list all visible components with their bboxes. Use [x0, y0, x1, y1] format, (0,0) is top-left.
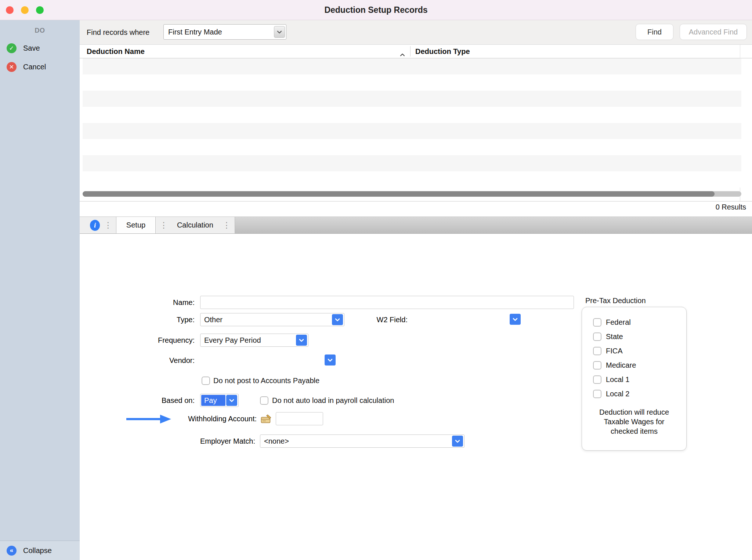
- chevron-down-icon: [452, 436, 463, 447]
- chevron-down-icon: [274, 26, 285, 38]
- collapse-label: Collapse: [23, 546, 52, 555]
- table-body: [83, 58, 741, 188]
- collapse-sidebar-button[interactable]: « Collapse: [0, 541, 80, 560]
- window-controls: [6, 0, 44, 20]
- state-label: State: [606, 332, 623, 341]
- table-row: [83, 139, 741, 155]
- do-not-auto-load-label: Do not auto load in payroll calculation: [272, 394, 394, 407]
- window-title: Deduction Setup Records: [324, 5, 427, 15]
- find-button[interactable]: Find: [636, 24, 673, 40]
- collapse-chevrons-icon: «: [7, 546, 17, 556]
- horizontal-scrollbar[interactable]: [83, 191, 741, 197]
- withholding-account-input[interactable]: [276, 412, 323, 425]
- setup-form: Name: Type: Other W2 Field: Frequency: E…: [80, 234, 752, 560]
- pretax-deduction-panel: Federal State FICA Medicare Local 1 Loca…: [582, 307, 687, 451]
- zoom-window-button[interactable]: [36, 6, 44, 14]
- deduction-setup-window: Deduction Setup Records DO ✓ Save ✕ Canc…: [0, 0, 752, 560]
- horizontal-scrollbar-thumb[interactable]: [83, 191, 715, 197]
- pretax-row-state: State: [593, 331, 686, 342]
- save-button[interactable]: ✓ Save: [7, 41, 77, 55]
- type-select[interactable]: Other: [200, 313, 344, 326]
- table-row: [83, 107, 741, 123]
- employer-match-label: Employer Match:: [167, 434, 255, 448]
- pretax-row-fica: FICA: [593, 345, 686, 356]
- federal-checkbox[interactable]: [593, 318, 601, 327]
- federal-label: Federal: [606, 318, 631, 327]
- column-header-deduction-type[interactable]: Deduction Type: [415, 45, 470, 58]
- medicare-label: Medicare: [606, 361, 636, 370]
- account-lookup-icon[interactable]: [261, 414, 272, 425]
- based-on-value: Pay: [201, 395, 225, 406]
- annotation-arrow-icon: [126, 414, 172, 426]
- cancel-button[interactable]: ✕ Cancel: [7, 60, 77, 73]
- vertical-dots-separator: ⋮: [218, 221, 235, 229]
- vendor-select[interactable]: [325, 354, 336, 366]
- name-input[interactable]: [200, 296, 574, 309]
- vendor-label: Vendor:: [103, 354, 195, 367]
- find-field-select[interactable]: First Entry Made: [163, 24, 286, 40]
- column-header-deduction-name[interactable]: Deduction Name: [87, 45, 145, 58]
- employer-match-value: <none>: [264, 437, 289, 446]
- do-not-auto-load-checkbox[interactable]: [260, 396, 268, 405]
- tab-bar: i ⋮ Setup ⋮ Calculation ⋮: [80, 217, 752, 234]
- table-header: Deduction Name Deduction Type: [80, 45, 752, 58]
- fica-label: FICA: [606, 347, 623, 355]
- pretax-row-medicare: Medicare: [593, 360, 686, 371]
- find-field-value: First Entry Made: [168, 28, 222, 36]
- do-not-post-ap-checkbox[interactable]: [202, 377, 210, 385]
- local-1-label: Local 1: [606, 375, 630, 384]
- check-circle-icon: ✓: [7, 43, 17, 53]
- employer-match-select[interactable]: <none>: [260, 434, 464, 448]
- vertical-dots-separator: ⋮: [156, 221, 172, 229]
- results-count: 0 Results: [716, 203, 746, 211]
- minimize-window-button[interactable]: [21, 6, 29, 14]
- table-row: [83, 74, 741, 91]
- sidebar: DO ✓ Save ✕ Cancel « Collapse: [0, 20, 80, 560]
- local-1-checkbox[interactable]: [593, 375, 601, 384]
- close-window-button[interactable]: [6, 6, 14, 14]
- find-bar: Find records where First Entry Made Find…: [80, 20, 752, 44]
- cancel-label: Cancel: [23, 63, 46, 71]
- column-divider: [410, 46, 411, 57]
- tab-calculation[interactable]: Calculation: [172, 217, 218, 233]
- pretax-note: Deduction will reduce Taxable Wages for …: [591, 407, 677, 436]
- sidebar-header: DO: [0, 27, 80, 34]
- type-label: Type:: [103, 313, 195, 326]
- frequency-label: Frequency:: [103, 334, 195, 347]
- chevron-down-icon: [296, 335, 307, 346]
- local-2-checkbox[interactable]: [593, 390, 601, 398]
- pretax-row-local1: Local 1: [593, 374, 686, 385]
- table-row: [83, 58, 741, 74]
- based-on-label: Based on:: [103, 394, 195, 407]
- table-row: [83, 155, 741, 171]
- withholding-account-label: Withholding Account:: [169, 412, 257, 425]
- w2-field-label: W2 Field:: [334, 313, 408, 326]
- results-table: Deduction Name Deduction Type: [80, 44, 752, 201]
- fica-checkbox[interactable]: [593, 347, 601, 355]
- based-on-select[interactable]: Pay: [200, 394, 239, 407]
- pretax-deduction-title: Pre-Tax Deduction: [585, 297, 646, 305]
- name-label: Name:: [103, 296, 195, 309]
- sort-ascending-icon: [400, 50, 405, 58]
- medicare-checkbox[interactable]: [593, 361, 601, 370]
- tab-setup[interactable]: Setup: [116, 217, 155, 233]
- chevron-down-icon: [226, 395, 237, 406]
- save-label: Save: [23, 44, 40, 52]
- table-row: [83, 123, 741, 139]
- x-circle-icon: ✕: [7, 62, 17, 72]
- vertical-dots-separator: ⋮: [100, 221, 116, 229]
- pretax-row-local2: Local 2: [593, 388, 686, 399]
- frequency-select[interactable]: Every Pay Period: [200, 334, 308, 347]
- tab-strip: i ⋮ Setup ⋮ Calculation ⋮: [80, 217, 235, 233]
- w2-field-select[interactable]: [510, 314, 521, 325]
- pretax-row-federal: Federal: [593, 317, 686, 328]
- state-checkbox[interactable]: [593, 332, 601, 341]
- find-records-where-label: Find records where: [87, 20, 149, 44]
- titlebar: Deduction Setup Records: [0, 0, 752, 20]
- type-value: Other: [204, 316, 223, 324]
- info-icon[interactable]: i: [90, 220, 100, 231]
- local-2-label: Local 2: [606, 390, 630, 398]
- advanced-find-button[interactable]: Advanced Find: [680, 24, 747, 40]
- frequency-value: Every Pay Period: [204, 336, 261, 345]
- do-not-post-ap-label: Do not post to Accounts Payable: [213, 374, 319, 387]
